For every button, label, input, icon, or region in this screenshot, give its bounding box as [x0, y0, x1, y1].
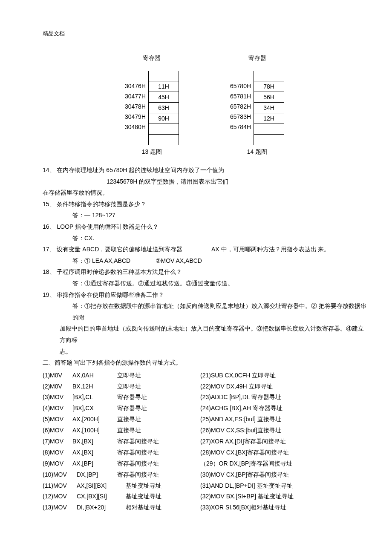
d14-val-5	[254, 124, 284, 135]
right-row: (22)MOV DX,49H 立即寻址	[200, 381, 366, 392]
d13-addr-1: 30476H	[125, 81, 146, 91]
left-row: (4)MOV[BX],CX寄存器寻址	[43, 403, 200, 414]
left-row: (3)MOV[BX],CL寄存器寻址	[43, 392, 200, 403]
diagram-13-caption: 13 题图	[142, 148, 162, 156]
d14-val-4: 12H	[254, 113, 284, 124]
left-row: (10)MOVDX,[BP]寄存器间接寻址	[43, 469, 200, 480]
q14-line2: 在存储器里存放的情况。	[43, 187, 366, 198]
q19-a2: 加段中的目的串首地址（或反向传送时的末地址）放入目的变址寄存器中。③把数据串长度…	[43, 323, 366, 345]
q17-q: 17、 设有变量 ABCD，要取它的偏移地址送到寄存器 AX 中，可用哪两种方法…	[43, 244, 366, 255]
right-row: (32)MOV BX,[SI+BP] 基址变址寻址	[200, 491, 366, 502]
d13-val-5	[148, 124, 179, 135]
d14-addr-4: 65783H	[230, 112, 251, 122]
q18-q: 18、 子程序调用时传递参数的三种基本方法是什么？	[43, 266, 366, 278]
q16-a: 答：CX.	[43, 233, 366, 244]
right-row: (24)ACHG [BX],AH 寄存器寻址	[200, 403, 366, 414]
d13-addr-5: 30480H	[125, 122, 146, 132]
q17-lead: 17、 设有变量 ABCD，要取它的偏移地址送到寄存器	[43, 246, 182, 253]
d14-addr-3: 65782H	[230, 101, 251, 112]
right-row: （29）OR DX,[BP]寄存器间接寻址	[200, 458, 366, 469]
left-row: (2)M0VBX,12H立即寻址	[43, 381, 200, 392]
addressing-left-col: (1)M0VAX,0AH立即寻址 (2)M0VBX,12H立即寻址 (3)MOV…	[43, 370, 200, 514]
q18-a: 答：①通过寄存器传送。②通过堆栈传送。③通过变量传送。	[43, 278, 366, 289]
right-row: (27)XOR AX,[DI]寄存器间接寻址	[200, 436, 366, 447]
diagram-14: 寄存器 65780H 65781H 65782H 65783H 65784H 7…	[230, 55, 284, 156]
section-2-title: 二、简答题 写出下列各指令的源操作数的寻址方式。	[43, 357, 366, 368]
left-row: (6)MOVAX,[100H]直接寻址	[43, 425, 200, 436]
d14-addr-1: 65780H	[230, 81, 251, 91]
diagram-14-title: 寄存器	[248, 55, 266, 62]
right-row: (21)SUB CX,0CFH 立即寻址	[200, 370, 366, 381]
q19-a1: 答：①把存放在数据段中的源串首地址（如反向传送则应是末地址）放入源变址寄存器中。…	[43, 300, 366, 323]
q19-a3: 志。	[43, 346, 366, 357]
right-row: (23)ADDC [BP],DL 寄存器寻址	[200, 392, 366, 403]
addressing-right-col: (21)SUB CX,0CFH 立即寻址 (22)MOV DX,49H 立即寻址…	[200, 370, 366, 514]
diagram-13-title: 寄存器	[143, 55, 161, 62]
right-row: (31)AND DL,[BP+DI] 基址变址寻址	[200, 480, 366, 492]
memory-diagrams: 寄存器 30476H 30477H 30478H 30479H 30480H 1…	[43, 55, 366, 156]
right-row: (33)XOR SI,56[BX]相对基址寻址	[200, 502, 366, 513]
left-row: (13)MOVDI,[BX+20]相对基址寻址	[43, 502, 200, 513]
d13-val-3: 63H	[148, 103, 179, 113]
q16-q: 16、 LOOP 指令使用的循环计数器是什么？	[43, 221, 366, 233]
left-row: (1)M0VAX,0AH立即寻址	[43, 370, 200, 381]
addressing-table: (1)M0VAX,0AH立即寻址 (2)M0VBX,12H立即寻址 (3)MOV…	[43, 370, 366, 514]
q14-tail: 12345678H 的双字型数据，请用图表示出它们	[107, 176, 228, 187]
right-row: (26)MOV CX,SS:[buf]直接寻址	[200, 425, 366, 436]
d13-val-1: 11H	[148, 81, 179, 92]
d13-val-2: 45H	[148, 92, 179, 103]
d14-val-2: 56H	[254, 92, 284, 103]
d13-addr-3: 30478H	[125, 101, 146, 112]
qa-block: 14、 在内存物理地址为 65780H 起的连续地址空间内存放了一个值为 123…	[43, 164, 366, 513]
diagram-13: 寄存器 30476H 30477H 30478H 30479H 30480H 1…	[125, 55, 179, 156]
left-row: (5)MOVAX,[200H]直接寻址	[43, 414, 200, 425]
d14-val-3: 34H	[254, 103, 284, 113]
left-row: (9)MOVAX,[BP]寄存器间接寻址	[43, 458, 200, 469]
d13-addr-2: 30477H	[125, 91, 146, 101]
d14-val-1: 78H	[254, 81, 284, 92]
d13-addr-4: 30479H	[125, 112, 146, 122]
right-row: (30)MOV CX,[BP]寄存器间接寻址	[200, 469, 366, 480]
right-row: (25)AND AX,ES:[buf] 直接寻址	[200, 414, 366, 425]
d14-val-0	[254, 71, 284, 81]
q19-q: 19、 串操作指令在使用前应做哪些准备工作？	[43, 289, 366, 301]
d13-val-0	[148, 71, 179, 81]
q17-mid: AX 中，可用哪两种方法？用指令表达出 来。	[211, 246, 330, 253]
d14-addr-5: 65784H	[230, 122, 251, 132]
left-row: (7)MOVBX,[BX]寄存器间接寻址	[43, 436, 200, 447]
d14-addr-2: 65781H	[230, 91, 251, 101]
left-row: (11)MOVAX,[SI][BX]基址变址寻址	[43, 480, 200, 492]
d13-val-4: 90H	[148, 113, 179, 124]
d14-val-6	[254, 135, 284, 145]
page-header: 精品文档	[43, 30, 366, 37]
q14-line1: 14、 在内存物理地址为 65780H 起的连续地址空间内存放了一个值为 123…	[43, 164, 366, 187]
q15-q: 15、 条件转移指令的转移范围是多少？	[43, 198, 366, 210]
right-row: (28)MOV CX,[BX]寄存器间接寻址	[200, 447, 366, 458]
diagram-14-caption: 14 题图	[247, 148, 267, 156]
left-row: (12)MOVCX,[BX][SI]基址变址寻址	[43, 491, 200, 502]
q17-a: 答：① LEA AX,ABCD ②MOV AX,ABCD	[43, 255, 366, 267]
q14-lead: 14、 在内存物理地址为 65780H 起的连续地址空间内存放了一个值为	[43, 167, 224, 173]
q15-a: 答：— 128~127	[43, 210, 366, 221]
d13-val-6	[148, 135, 179, 145]
left-row: (8)MOVAX,[BX]寄存器间接寻址	[43, 447, 200, 458]
